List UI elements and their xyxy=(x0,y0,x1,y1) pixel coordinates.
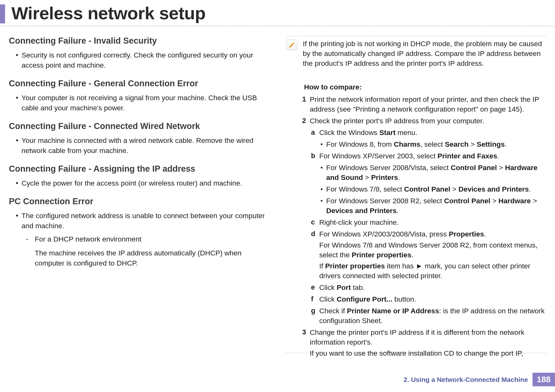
compare-heading: How to compare: xyxy=(304,83,546,91)
bullet-item: • Cycle the power for the access point (… xyxy=(16,178,270,188)
bullet-dot-icon: • xyxy=(16,50,22,70)
note-text: If the printing job is not working in DH… xyxy=(303,39,545,68)
letter-body: Click Configure Port... button. xyxy=(319,294,416,304)
page-number-badge: 188 xyxy=(533,373,555,386)
bold-text: Properties xyxy=(449,230,484,238)
bold-text: Printer properties xyxy=(325,262,385,270)
letter-marker: a xyxy=(311,128,319,138)
bullet-dot-icon: • xyxy=(16,93,22,113)
step-1: 1 Print the network information report o… xyxy=(302,95,546,114)
bold-text: Configure Port... xyxy=(337,295,392,303)
bullet-dot-icon: • xyxy=(321,184,326,194)
bullet-item: • Your computer is not receiving a signa… xyxy=(16,93,270,113)
bullet-dot-icon: • xyxy=(321,139,326,149)
text-span: tab. xyxy=(351,284,365,291)
text-span: . xyxy=(484,230,486,238)
text-span: > xyxy=(497,164,505,172)
substep-g: g Check if Printer Name or IP Address: i… xyxy=(311,306,546,326)
text-span: . xyxy=(397,207,398,215)
bold-text: Printers xyxy=(371,174,398,181)
spacer xyxy=(302,348,310,358)
step-marker: 3 xyxy=(302,328,310,347)
bold-text: Control Panel xyxy=(451,164,497,172)
step-body: Check the printer port's IP address from… xyxy=(310,116,484,126)
right-column: If the printing job is not working in DH… xyxy=(285,36,546,358)
inner-bullet-body: For Windows Server 2008/Vista, select Co… xyxy=(326,163,546,182)
letter-marker: b xyxy=(311,151,319,161)
bold-text: Devices and Printers xyxy=(459,185,529,193)
text-span: . xyxy=(411,251,413,259)
inner-bullet-body: For Windows 8, from Charms, select Searc… xyxy=(326,139,507,149)
bold-text: Hardware xyxy=(498,197,531,205)
text-span: > xyxy=(531,197,537,205)
letter-body: For Windows XP/Server 2003, select Print… xyxy=(319,151,499,161)
bold-text: Charms xyxy=(394,140,420,148)
bold-text: Printer properties xyxy=(352,251,411,259)
step-marker: 2 xyxy=(302,116,310,126)
bold-text: Control Panel xyxy=(444,197,490,205)
substep-e: e Click Port tab. xyxy=(311,283,546,292)
step-3: 3 Change the printer port's IP address i… xyxy=(302,328,546,347)
text-span: . xyxy=(398,174,400,181)
bullet-dot-icon: • xyxy=(321,163,326,182)
text-span: For Windows XP/Server 2003, select xyxy=(319,152,438,160)
section-heading-ip-address: Connecting Failure - Assigning the IP ad… xyxy=(9,164,270,174)
substep-f: f Click Configure Port... button. xyxy=(311,294,546,304)
text-span: Check if xyxy=(319,307,347,315)
footer-chapter: 2. Using a Network-Connected Machine xyxy=(404,376,528,383)
text-span: > xyxy=(363,174,371,181)
section-heading-invalid-security: Connecting Failure - Invalid Security xyxy=(9,36,270,46)
bullet-text: Security is not configured correctly. Ch… xyxy=(22,50,270,70)
step-3-para: If you want to use the software installa… xyxy=(302,348,546,358)
bold-text: Control Panel xyxy=(404,185,450,193)
page-footer: 2. Using a Network-Connected Machine 188 xyxy=(404,373,555,386)
letter-marker: f xyxy=(311,294,319,304)
letter-marker: e xyxy=(311,283,319,292)
text-span: > xyxy=(490,197,498,205)
bullet-text: Cycle the power for the access point (or… xyxy=(22,178,242,188)
text-span: For Windows Server 2008/Vista, select xyxy=(326,164,451,172)
dash-icon: - xyxy=(26,234,35,244)
text-span: button. xyxy=(392,295,416,303)
bold-text: Devices and Printers xyxy=(326,207,397,215)
bold-text: Start xyxy=(379,129,396,137)
bullet-dot-icon: • xyxy=(16,211,22,231)
bold-text: Search xyxy=(445,140,469,148)
text-span: . xyxy=(505,140,507,148)
step-marker: 1 xyxy=(302,95,310,114)
text-span: For Windows 8, from xyxy=(326,140,394,148)
page-title: Wireless network setup xyxy=(11,3,206,23)
substep-d-para1: For Windows 7/8 and Windows Server 2008 … xyxy=(319,240,546,260)
bullet-item: • The configured network address is unab… xyxy=(16,211,270,231)
text-span: . xyxy=(529,185,531,193)
sub-item-dhcp: - For a DHCP network environment xyxy=(26,234,270,244)
content-area: Connecting Failure - Invalid Security • … xyxy=(0,27,555,358)
text-span: For Windows Server 2008 R2, select xyxy=(326,197,444,205)
text-span: If xyxy=(319,262,325,270)
section-heading-wired-network: Connecting Failure - Connected Wired Net… xyxy=(9,121,270,131)
sub-paragraph: The machine receives the IP address auto… xyxy=(35,248,270,268)
inner-bullet: • For Windows 7/8, select Control Panel … xyxy=(321,184,546,194)
letter-marker: g xyxy=(311,306,319,326)
letter-body: Click the Windows Start menu. xyxy=(319,128,417,138)
substep-b: b For Windows XP/Server 2003, select Pri… xyxy=(311,151,546,161)
step-body: Print the network information report of … xyxy=(310,95,546,114)
substep-d-para2: If Printer properties item has ► mark, y… xyxy=(319,261,546,281)
inner-bullet: • For Windows 8, from Charms, select Sea… xyxy=(321,139,546,149)
bold-text: Printer and Faxes xyxy=(437,152,497,160)
text-span: Click the Windows xyxy=(319,129,379,137)
bullet-text: Your machine is connected with a wired n… xyxy=(22,136,270,156)
bullet-dot-icon: • xyxy=(16,136,22,156)
step-body: If you want to use the software installa… xyxy=(310,348,523,358)
step-2: 2 Check the printer port's IP address fr… xyxy=(302,116,546,126)
section-heading-general-error: Connecting Failure - General Connection … xyxy=(9,79,270,89)
substep-d: d For Windows XP/2003/2008/Vista, press … xyxy=(311,229,546,239)
text-span: menu. xyxy=(396,129,417,137)
letter-marker: c xyxy=(311,217,319,227)
text-span: > xyxy=(450,185,459,193)
inner-bullet-body: For Windows Server 2008 R2, select Contr… xyxy=(326,196,546,216)
text-span: > xyxy=(469,140,477,148)
bullet-item: • Your machine is connected with a wired… xyxy=(16,136,270,156)
bullet-dot-icon: • xyxy=(321,196,326,216)
bold-text: Port xyxy=(337,284,351,291)
